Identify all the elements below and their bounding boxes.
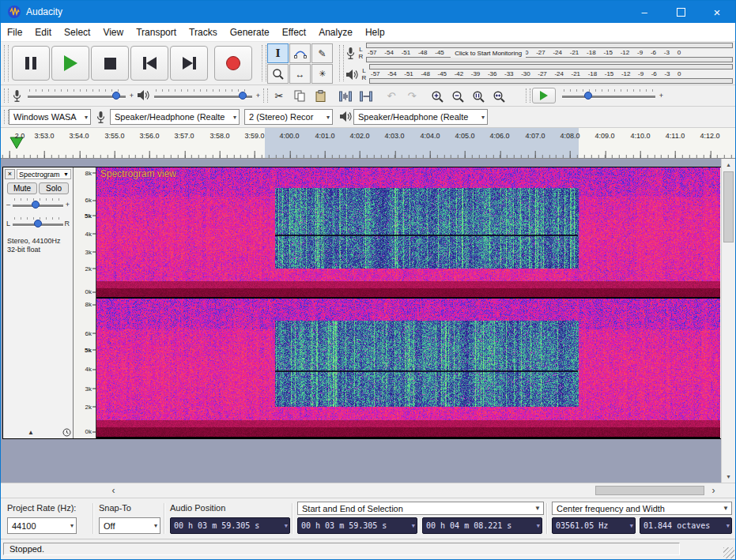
bandwidth-field[interactable]: 01.844 octaves▼ <box>640 517 732 534</box>
scroll-left-arrow[interactable]: ‹ <box>107 483 120 498</box>
multi-tool-button[interactable]: ✳ <box>311 64 333 84</box>
zoom-to-selection-button[interactable] <box>469 87 488 105</box>
recording-volume-thumb[interactable] <box>112 92 120 100</box>
undo-button[interactable]: ↶ <box>382 87 401 105</box>
zoom-tool-button[interactable] <box>267 64 289 84</box>
play-at-speed-grip[interactable] <box>526 88 530 103</box>
menu-item[interactable]: File <box>1 23 28 41</box>
frequency-ruler[interactable]: 8k6k5k4k3k2k0k 8k6k5k4k3k2k0k <box>74 167 96 438</box>
trim-icon <box>339 91 352 102</box>
horizontal-scroll-thumb[interactable] <box>595 486 704 495</box>
menu-item[interactable]: Edit <box>28 23 58 41</box>
meter-scale-number: -48 <box>418 49 428 56</box>
timeline-ruler[interactable]: 2.03:53.03:54.03:55.03:56.03:57.03:58.03… <box>1 128 735 159</box>
menu-item[interactable]: Select <box>58 23 96 41</box>
center-frequency-field[interactable]: 03561.05 Hz▼ <box>552 517 636 534</box>
close-button[interactable]: × <box>699 1 735 23</box>
audio-position-field[interactable]: 00 h 03 m 59.305 s▼ <box>170 517 290 534</box>
monitoring-hint[interactable]: Click to Start Monitoring <box>451 48 526 58</box>
project-rate-combo[interactable]: 44100▾ <box>7 517 77 534</box>
skip-to-start-button[interactable] <box>130 46 168 81</box>
horizontal-scrollbar[interactable]: ‹ › <box>1 483 735 498</box>
pause-button[interactable] <box>12 46 50 81</box>
transport-toolbar-grip[interactable] <box>4 45 9 81</box>
freq-tick-label: 4k <box>85 230 92 237</box>
freq-tick-label: 0k <box>85 428 92 435</box>
mixer-toolbar-grip[interactable] <box>4 88 9 103</box>
record-button[interactable] <box>214 46 252 81</box>
menu-item[interactable]: Transport <box>130 23 183 41</box>
play-speed-slider[interactable]: + <box>562 88 655 103</box>
zoom-in-button[interactable] <box>428 87 447 105</box>
playback-meter[interactable]: LR -57-54-51-48-45-42-39-36-33-30-27-24-… <box>345 64 734 85</box>
silence-audio-button[interactable] <box>357 87 376 105</box>
play-speed-thumb[interactable] <box>584 92 592 100</box>
playback-volume-slider[interactable]: + <box>154 88 252 103</box>
vertical-scroll-thumb[interactable] <box>723 171 734 242</box>
copy-button[interactable] <box>290 87 309 105</box>
paste-button[interactable] <box>311 87 330 105</box>
recording-volume-slider[interactable]: + <box>28 88 126 103</box>
recording-meter[interactable]: LR -57-54-51-48-45-42-39-36-33-30-27-24-… <box>345 43 734 63</box>
meter-scale-number: -6 <box>651 49 656 56</box>
scroll-right-arrow[interactable]: › <box>707 483 720 498</box>
clock-icon <box>62 428 71 437</box>
stop-button[interactable] <box>91 46 129 81</box>
selection-end-field[interactable]: 00 h 04 m 08.221 s▼ <box>422 517 542 534</box>
maximize-button[interactable] <box>662 1 699 23</box>
selection-start-field[interactable]: 00 h 03 m 59.305 s▼ <box>297 517 417 534</box>
spectrogram-channel-1[interactable] <box>96 167 720 297</box>
timeline-label: 4:04.0 <box>420 132 440 140</box>
trim-audio-button[interactable] <box>336 87 355 105</box>
cut-button[interactable]: ✂ <box>270 87 289 105</box>
playback-volume-thumb[interactable] <box>239 92 247 100</box>
minimize-button[interactable]: – <box>626 1 662 23</box>
draw-tool-button[interactable]: ✎ <box>311 43 333 63</box>
ibeam-icon: I <box>275 47 280 59</box>
pan-thumb[interactable] <box>34 220 42 227</box>
zoom-out-button[interactable] <box>448 87 467 105</box>
redo-button[interactable]: ↷ <box>402 87 421 105</box>
play-button[interactable] <box>51 46 89 81</box>
track-name-menu[interactable]: Spectrogram▼ <box>17 169 71 179</box>
spectrogram-channel-2[interactable] <box>96 299 720 437</box>
play-at-speed-button[interactable] <box>532 88 556 103</box>
envelope-tool-button[interactable] <box>289 43 311 63</box>
menu-item[interactable]: Help <box>359 23 391 41</box>
menu-item[interactable]: Analyze <box>312 23 359 41</box>
track-close-button[interactable]: × <box>5 169 15 179</box>
vertical-scrollbar[interactable]: ▴ ▾ <box>721 159 735 483</box>
snap-to-combo[interactable]: Off▾ <box>99 517 160 534</box>
spectral-mode-combo[interactable]: Center frequency and Width▼ <box>552 502 732 515</box>
selection-mode-combo[interactable]: Start and End of Selection▼ <box>297 502 544 515</box>
time-shift-tool-button[interactable]: ↔ <box>289 64 311 84</box>
recording-device-combo[interactable]: Speaker/Headphone (Realte▾ <box>110 109 240 125</box>
freq-tick-label: 8k <box>85 169 92 176</box>
audio-host-combo[interactable]: Windows WASA▾ <box>9 109 91 125</box>
solo-button[interactable]: Solo <box>39 182 69 194</box>
tools-toolbar-grip[interactable] <box>262 45 266 81</box>
menu-item[interactable]: Effect <box>276 23 312 41</box>
edit-toolbar-grip[interactable] <box>263 88 268 103</box>
menu-item[interactable]: Tracks <box>183 23 224 41</box>
gain-thumb[interactable] <box>32 201 40 209</box>
collapse-track-button[interactable]: ▲ <box>3 427 59 438</box>
chevron-down-icon: ▼ <box>723 505 729 512</box>
menu-item[interactable]: Generate <box>224 23 276 41</box>
meter-scale-number: -57 <box>371 70 380 77</box>
scroll-up-arrow[interactable]: ▴ <box>722 159 735 171</box>
recording-channels-combo[interactable]: 2 (Stereo) Recor▾ <box>244 109 333 125</box>
scroll-down-arrow[interactable]: ▾ <box>722 471 735 483</box>
gain-slider[interactable] <box>13 197 63 212</box>
playback-device-combo[interactable]: Speaker/Headphone (Realte▾ <box>353 109 488 125</box>
selection-tool-button[interactable]: I <box>267 43 289 63</box>
pan-slider[interactable] <box>13 216 63 231</box>
mute-button[interactable]: Mute <box>7 182 37 194</box>
skip-to-end-button[interactable] <box>170 46 208 81</box>
meter-scale-number: -9 <box>638 70 644 77</box>
window-resize-grip[interactable] <box>723 547 734 558</box>
menu-item[interactable]: View <box>96 23 130 41</box>
time-shift-icon: ↔ <box>296 69 305 80</box>
freq-tick-label: 0k <box>85 288 92 295</box>
fit-project-button[interactable] <box>489 87 508 105</box>
